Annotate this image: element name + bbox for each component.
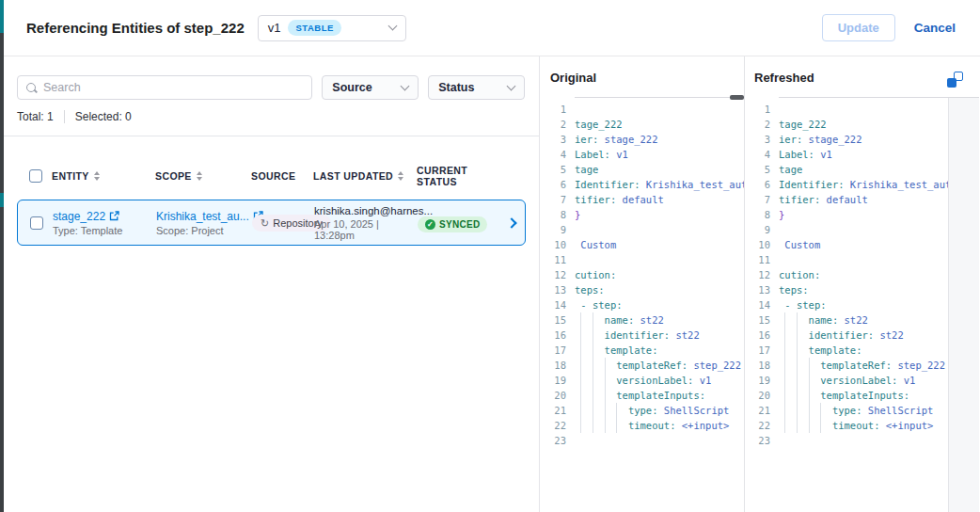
refreshed-panel-header: Refreshed [745,56,948,98]
code-line: 13teps: [541,282,744,297]
sort-icon[interactable] [197,171,202,181]
chevron-down-icon [387,22,397,31]
edge-accent-mid [0,193,4,207]
code-line: 11 [541,252,744,267]
gutter-track[interactable] [948,98,979,512]
table-row[interactable]: stage_222 Type: Template Krishika_test_a… [17,200,526,246]
search-icon [25,82,38,94]
code-line: 12cution: [541,267,744,282]
status-filter-dropdown[interactable]: Status [428,75,525,100]
summary-divider [64,110,65,123]
filter-bar: Source Status [17,75,525,100]
select-all-checkbox[interactable] [29,169,42,183]
code-line: 14 - step: [541,297,744,312]
yaml-diff-section: Original 12tage_2223ier: stage_2224Label… [541,56,980,512]
code-line: 20templateInputs: [541,388,744,403]
code-line: 17template: [541,343,744,358]
code-line: 16identifier: st22 [745,328,948,343]
synced-check-icon: ✓ [425,219,435,230]
column-scope[interactable]: SCOPE [155,170,251,182]
external-link-icon[interactable] [109,211,119,221]
scope-link[interactable]: Krishika_test_au... [156,210,249,223]
code-line: 7tifier: default [745,192,948,207]
chevron-down-icon [401,82,410,91]
results-summary: Total: 1 Selected: 0 [17,110,539,123]
code-line: 9 [541,222,744,237]
status-cell: ✓ SYNCED [418,214,495,232]
original-panel-header: Original [541,56,744,98]
search-input[interactable] [43,81,304,94]
code-line: 18templateRef: step_222 [541,358,744,373]
update-button[interactable]: Update [822,14,895,41]
code-line: 21type: ShellScript [745,403,948,418]
sort-icon[interactable] [94,171,100,181]
scope-cell: Krishika_test_au... Scope: Project [156,210,252,236]
code-line: 19versionLabel: v1 [541,373,744,388]
code-line: 1 [541,102,744,117]
selected-count: Selected: 0 [75,110,132,123]
page-title: Referencing Entities of step_222 [26,20,245,36]
code-line: 1 [745,102,948,117]
code-line: 2tage_222 [541,117,744,132]
code-line: 20templateInputs: [745,388,948,403]
code-line: 9 [745,222,948,237]
code-line: 4Label: v1 [541,147,744,162]
repository-icon: ↻ [261,218,269,229]
code-line: 5tage [745,162,948,177]
scope-sub: Scope: Project [156,225,252,236]
code-line: 22timeout: <+input> [745,418,948,433]
last-updated-cell: krishika.singh@harnes... Apr 10, 2025 | … [314,205,418,241]
row-checkbox[interactable] [30,216,43,230]
refreshed-panel-title: Refreshed [754,71,814,85]
version-value: v1 [268,21,281,35]
search-input-wrap[interactable] [17,75,312,100]
code-line: 8} [541,207,744,222]
code-line: 8} [745,207,948,222]
entity-cell: stage_222 Type: Template [53,210,156,236]
refreshed-panel[interactable]: Refreshed 12tage_2223ier: stage_2224Labe… [745,56,948,512]
page-edge-strip [0,0,4,512]
source-filter-dropdown[interactable]: Source [322,75,419,100]
code-line: 18templateRef: step_222 [745,358,948,373]
code-line: 16identifier: st22 [541,328,744,343]
column-last-updated[interactable]: LAST UPDATED [313,170,417,182]
refreshed-code[interactable]: 12tage_2223ier: stage_2224Label: v15tage… [745,98,948,448]
copy-icon[interactable] [947,72,963,88]
updated-at: Apr 10, 2025 | 13:28pm [314,218,418,241]
code-line: 15name: st22 [745,312,948,328]
code-line: 3ier: stage_222 [745,132,948,147]
original-panel[interactable]: Original 12tage_2223ier: stage_2224Label… [541,56,744,512]
sort-icon[interactable] [398,171,403,181]
horizontal-scrollbar-thumb[interactable] [730,95,744,100]
cancel-button[interactable]: Cancel [914,21,956,35]
code-line: 15name: st22 [541,312,744,328]
code-line: 17template: [745,343,948,358]
chevron-down-icon [507,82,516,91]
code-line: 21type: ShellScript [541,403,744,418]
status-badge: ✓ SYNCED [418,216,487,232]
updated-by: krishika.singh@harnes... [314,205,418,216]
entities-section: Source Status Total: 1 Selected: 0 ENTIT… [4,56,540,512]
code-line: 23 [541,433,744,448]
column-current-status: CURRENT STATUS [417,165,494,187]
column-source: SOURCE [251,170,313,182]
entity-type: Type: Template [53,225,156,236]
code-line: 2tage_222 [745,117,948,132]
status-badge-label: SYNCED [439,219,480,230]
source-filter-label: Source [332,81,371,94]
code-line: 12cution: [745,267,948,282]
row-expand-chevron-right-icon[interactable] [506,217,516,228]
code-line: 7tifier: default [541,192,744,207]
code-line: 10 Custom [745,237,948,252]
stable-badge: STABLE [288,20,340,36]
code-line: 19versionLabel: v1 [745,373,948,388]
code-line: 6Identifier: Krishika_test_aut [745,177,948,192]
code-line: 3ier: stage_222 [541,132,744,147]
entity-link[interactable]: stage_222 [53,210,105,223]
code-line: 22timeout: <+input> [541,418,744,433]
original-code[interactable]: 12tage_2223ier: stage_2224Label: v15tage… [541,98,744,448]
edge-accent-top [0,0,4,33]
column-entity[interactable]: ENTITY [52,170,155,182]
code-line: 14 - step: [745,297,948,312]
version-select[interactable]: v1 STABLE [258,15,406,41]
